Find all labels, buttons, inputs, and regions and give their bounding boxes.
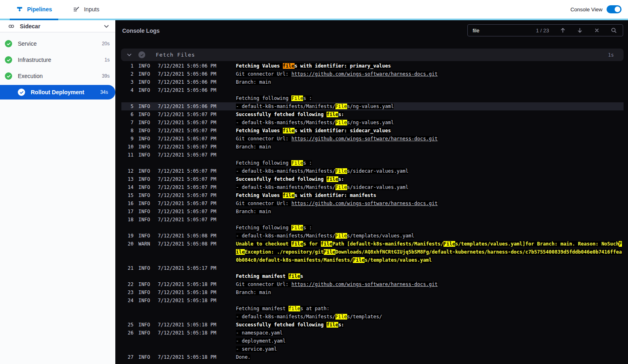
log-line: 4INFO7/12/2021 5:05:06 PM <box>121 86 624 94</box>
log-line: - deployment.yaml <box>121 337 624 345</box>
console-view-label: Console View <box>571 6 603 13</box>
log-message: Done. <box>236 353 624 361</box>
log-level: INFO <box>138 143 154 151</box>
log-message: - default-k8s-manifests/Manifests/Files/… <box>236 102 624 110</box>
log-line-number: 13 <box>121 175 134 183</box>
log-timestamp: 7/12/2021 5:05:07 PM <box>158 175 217 183</box>
log-message: Branch: main <box>236 78 624 86</box>
chevron-down-icon[interactable] <box>103 23 110 30</box>
log-message: Successfully fetched following files: <box>236 110 624 119</box>
log-message: Successfully fetched following files: <box>236 175 624 183</box>
log-line: 8INFO7/12/2021 5:05:07 PMFetching Values… <box>121 127 624 135</box>
log-line-number <box>121 159 134 167</box>
step-label: Rollout Deployment <box>31 89 84 95</box>
log-message: - default-k8s-manifests/Manifests/Files/… <box>236 313 624 321</box>
log-message: Branch: main <box>236 143 624 151</box>
pipeline-stage-title: Sidecar <box>20 23 103 30</box>
log-line-number: 9 <box>121 135 134 143</box>
log-link[interactable]: https://github.com/wings-software/harnes… <box>291 136 437 142</box>
log-level <box>138 337 154 345</box>
search-match: File <box>335 314 347 320</box>
log-level: INFO <box>138 280 154 288</box>
log-message: Fetching following Files : <box>236 159 624 167</box>
check-circle-icon <box>5 72 12 80</box>
close-icon[interactable] <box>594 27 600 34</box>
search-match: File <box>335 184 347 190</box>
log-level: WARN <box>138 240 154 264</box>
log-line: 16INFO7/12/2021 5:05:07 PMGit connector … <box>121 199 624 207</box>
console-panel: Console Logs 1 / 23 Fetch F <box>115 20 628 364</box>
search-match: File <box>291 95 303 101</box>
log-link[interactable]: https://github.com/wings-software/harnes… <box>291 281 437 287</box>
log-timestamp: 7/12/2021 5:05:18 PM <box>158 296 217 305</box>
log-message: - default-k8s-manifests/Manifests/Files/… <box>236 119 624 127</box>
log-timestamp <box>158 272 217 280</box>
sidebar-item-rollout-deployment[interactable]: Rollout Deployment34s <box>0 85 115 99</box>
step-label: Service <box>18 40 37 47</box>
tab-inputs[interactable]: Inputs <box>73 6 99 13</box>
log-level: INFO <box>138 102 154 110</box>
log-line: 3INFO7/12/2021 5:05:06 PMBranch: main <box>121 78 624 86</box>
sidebar-item-execution[interactable]: Execution39s <box>0 68 115 84</box>
log-line: - default-k8s-manifests/Manifests/Files/… <box>121 313 624 321</box>
log-line: 22INFO7/12/2021 5:05:18 PMGit connector … <box>121 280 624 288</box>
log-line-number <box>121 313 134 321</box>
log-line: 6INFO7/12/2021 5:05:07 PMSuccessfully fe… <box>121 110 624 119</box>
log-section-header-fetch-files[interactable]: Fetch Files 1s <box>121 49 624 61</box>
log-level: INFO <box>138 216 154 224</box>
log-level <box>138 159 154 167</box>
log-timestamp: 7/12/2021 5:05:06 PM <box>158 78 217 86</box>
log-section-duration: 1s <box>608 52 614 58</box>
log-message: Unable to checkout files for filePath [d… <box>236 240 624 264</box>
search-icon[interactable] <box>611 27 617 34</box>
log-timestamp: 7/12/2021 5:05:07 PM <box>158 207 217 216</box>
collapse-chevron-icon[interactable] <box>126 52 132 58</box>
log-timestamp: 7/12/2021 5:05:18 PM <box>158 321 217 329</box>
log-level: INFO <box>138 191 154 199</box>
log-level <box>138 94 154 102</box>
log-timestamp: 7/12/2021 5:05:07 PM <box>158 183 217 191</box>
search-input[interactable] <box>473 28 536 34</box>
log-message: Successfully fetched following files: <box>236 321 624 329</box>
log-line: Fetching manifest files at path: <box>121 305 624 313</box>
search-match: file <box>327 322 338 328</box>
log-link[interactable]: https://github.com/wings-software/harnes… <box>291 71 437 77</box>
log-section-title: Fetch Files <box>156 52 195 58</box>
check-circle-icon <box>18 89 25 96</box>
inputs-icon <box>73 6 80 13</box>
arrow-down-icon[interactable] <box>577 27 583 34</box>
sidebar-item-service[interactable]: Service20s <box>0 36 115 52</box>
search-match: file <box>289 273 300 279</box>
log-message: - default-k8s-manifests/Manifests/Files/… <box>236 232 624 240</box>
log-line-number <box>121 224 134 232</box>
log-line-number: 26 <box>121 329 134 337</box>
log-line: 20WARN7/12/2021 5:05:08 PMUnable to chec… <box>121 240 624 264</box>
tab-pipelines[interactable]: Pipelines <box>16 6 52 13</box>
sidebar-item-infrastructure[interactable]: Infrastructure1s <box>0 52 115 68</box>
log-line-number: 21 <box>121 264 134 272</box>
log-line-number: 6 <box>121 110 134 119</box>
log-line-number: 20 <box>121 240 134 264</box>
search-match: file <box>289 306 300 311</box>
log-line-number <box>121 345 134 353</box>
arrow-up-icon[interactable] <box>560 27 566 34</box>
log-line-number: 5 <box>121 102 134 110</box>
log-line-number: 12 <box>121 167 134 175</box>
log-link[interactable]: https://github.com/wings-software/harnes… <box>291 201 437 206</box>
log-level: INFO <box>138 78 154 86</box>
log-level: INFO <box>138 167 154 175</box>
console-view-toggle[interactable] <box>607 5 622 13</box>
tab-inputs-label: Inputs <box>84 6 99 13</box>
log-line: 10INFO7/12/2021 5:05:07 PMBranch: main <box>121 143 624 151</box>
log-timestamp: 7/12/2021 5:05:17 PM <box>158 264 217 272</box>
log-message: - default-k8s-manifests/Manifests/Files/… <box>236 183 624 191</box>
log-timestamp: 7/12/2021 5:05:07 PM <box>158 151 217 159</box>
log-timestamp: 7/12/2021 5:05:18 PM <box>158 329 217 337</box>
log-level: INFO <box>138 127 154 135</box>
log-line: 26INFO7/12/2021 5:05:18 PM- namespace.ya… <box>121 329 624 337</box>
log-line-number <box>121 337 134 345</box>
search-match: File <box>291 160 303 166</box>
log-timestamp: 7/12/2021 5:05:07 PM <box>158 127 217 135</box>
log-timestamp <box>158 313 217 321</box>
sidebar-header-sidecar[interactable]: Sidecar <box>0 20 115 32</box>
